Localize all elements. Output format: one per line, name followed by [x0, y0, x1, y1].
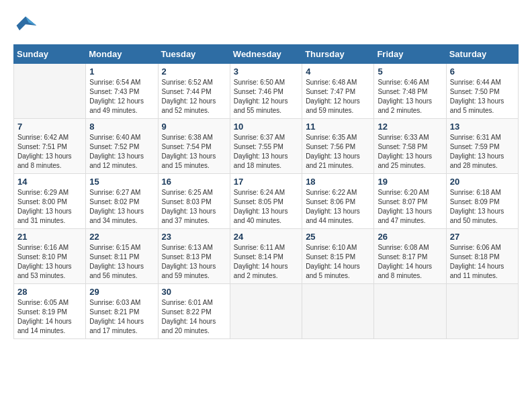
column-header-friday: Friday: [374, 45, 446, 64]
calendar-cell: 3Sunrise: 6:50 AMSunset: 7:46 PMDaylight…: [230, 64, 302, 119]
calendar-cell: 12Sunrise: 6:33 AMSunset: 7:58 PMDayligh…: [374, 119, 446, 174]
calendar-cell: 29Sunrise: 6:03 AMSunset: 8:21 PMDayligh…: [86, 284, 158, 339]
calendar-cell: 21Sunrise: 6:16 AMSunset: 8:10 PMDayligh…: [14, 229, 86, 284]
day-info: Sunrise: 6:31 AMSunset: 7:59 PMDaylight:…: [450, 133, 515, 171]
day-info: Sunrise: 6:01 AMSunset: 8:22 PMDaylight:…: [162, 298, 226, 336]
day-info: Sunrise: 6:27 AMSunset: 8:02 PMDaylight:…: [89, 188, 154, 226]
day-info: Sunrise: 6:25 AMSunset: 8:03 PMDaylight:…: [162, 188, 226, 226]
day-info: Sunrise: 6:37 AMSunset: 7:55 PMDaylight:…: [234, 133, 298, 171]
day-info: Sunrise: 6:13 AMSunset: 8:13 PMDaylight:…: [162, 243, 226, 281]
calendar-cell: 25Sunrise: 6:10 AMSunset: 8:15 PMDayligh…: [302, 229, 374, 284]
column-header-saturday: Saturday: [446, 45, 518, 64]
day-info: Sunrise: 6:44 AMSunset: 7:50 PMDaylight:…: [450, 78, 515, 116]
calendar-cell: 20Sunrise: 6:18 AMSunset: 8:09 PMDayligh…: [446, 174, 518, 229]
calendar-cell: [230, 284, 302, 339]
calendar-cell: 15Sunrise: 6:27 AMSunset: 8:02 PMDayligh…: [86, 174, 158, 229]
day-info: Sunrise: 6:35 AMSunset: 7:56 PMDaylight:…: [306, 133, 370, 171]
day-info: Sunrise: 6:52 AMSunset: 7:44 PMDaylight:…: [162, 78, 226, 116]
day-info: Sunrise: 6:11 AMSunset: 8:14 PMDaylight:…: [234, 243, 298, 281]
column-header-thursday: Thursday: [302, 45, 374, 64]
day-info: Sunrise: 6:18 AMSunset: 8:09 PMDaylight:…: [450, 188, 515, 226]
day-info: Sunrise: 6:03 AMSunset: 8:21 PMDaylight:…: [89, 298, 154, 336]
day-info: Sunrise: 6:20 AMSunset: 8:07 PMDaylight:…: [378, 188, 442, 226]
calendar-cell: 6Sunrise: 6:44 AMSunset: 7:50 PMDaylight…: [446, 64, 518, 119]
day-number: 6: [450, 66, 515, 77]
calendar-cell: 5Sunrise: 6:46 AMSunset: 7:48 PMDaylight…: [374, 64, 446, 119]
day-number: 1: [89, 66, 154, 77]
calendar-cell: 26Sunrise: 6:08 AMSunset: 8:17 PMDayligh…: [374, 229, 446, 284]
column-header-monday: Monday: [86, 45, 158, 64]
calendar-cell: 1Sunrise: 6:54 AMSunset: 7:43 PMDaylight…: [86, 64, 158, 119]
calendar-cell: 18Sunrise: 6:22 AMSunset: 8:06 PMDayligh…: [302, 174, 374, 229]
day-info: Sunrise: 6:40 AMSunset: 7:52 PMDaylight:…: [89, 133, 154, 171]
day-info: Sunrise: 6:54 AMSunset: 7:43 PMDaylight:…: [89, 78, 154, 116]
calendar-cell: [14, 64, 86, 119]
calendar-cell: 9Sunrise: 6:38 AMSunset: 7:54 PMDaylight…: [158, 119, 230, 174]
day-number: 17: [234, 177, 298, 187]
week-row-0: 1Sunrise: 6:54 AMSunset: 7:43 PMDaylight…: [14, 64, 519, 119]
calendar-cell: 16Sunrise: 6:25 AMSunset: 8:03 PMDayligh…: [158, 174, 230, 229]
day-number: 19: [378, 177, 442, 187]
day-info: Sunrise: 6:48 AMSunset: 7:47 PMDaylight:…: [306, 78, 370, 116]
day-number: 12: [378, 122, 442, 132]
calendar-cell: 23Sunrise: 6:13 AMSunset: 8:13 PMDayligh…: [158, 229, 230, 284]
calendar-cell: 28Sunrise: 6:05 AMSunset: 8:19 PMDayligh…: [14, 284, 86, 339]
day-info: Sunrise: 6:38 AMSunset: 7:54 PMDaylight:…: [162, 133, 226, 171]
day-number: 10: [234, 122, 298, 132]
day-number: 4: [306, 66, 370, 77]
day-number: 29: [89, 287, 154, 297]
day-number: 2: [162, 66, 226, 77]
day-info: Sunrise: 6:16 AMSunset: 8:10 PMDaylight:…: [17, 243, 82, 281]
calendar-cell: [446, 284, 518, 339]
day-number: 8: [89, 122, 154, 132]
column-header-wednesday: Wednesday: [230, 45, 302, 64]
day-info: Sunrise: 6:50 AMSunset: 7:46 PMDaylight:…: [234, 78, 298, 116]
calendar-cell: 14Sunrise: 6:29 AMSunset: 8:00 PMDayligh…: [14, 174, 86, 229]
day-number: 28: [17, 287, 82, 297]
calendar-cell: 7Sunrise: 6:42 AMSunset: 7:51 PMDaylight…: [14, 119, 86, 174]
calendar-cell: 2Sunrise: 6:52 AMSunset: 7:44 PMDaylight…: [158, 64, 230, 119]
calendar-cell: 22Sunrise: 6:15 AMSunset: 8:11 PMDayligh…: [86, 229, 158, 284]
week-row-3: 21Sunrise: 6:16 AMSunset: 8:10 PMDayligh…: [14, 229, 519, 284]
day-number: 25: [306, 232, 370, 242]
column-header-tuesday: Tuesday: [158, 45, 230, 64]
day-number: 7: [17, 122, 82, 132]
day-info: Sunrise: 6:29 AMSunset: 8:00 PMDaylight:…: [17, 188, 82, 226]
week-row-4: 28Sunrise: 6:05 AMSunset: 8:19 PMDayligh…: [14, 284, 519, 339]
calendar-cell: 10Sunrise: 6:37 AMSunset: 7:55 PMDayligh…: [230, 119, 302, 174]
day-info: Sunrise: 6:05 AMSunset: 8:19 PMDaylight:…: [17, 298, 82, 336]
calendar-cell: 13Sunrise: 6:31 AMSunset: 7:59 PMDayligh…: [446, 119, 518, 174]
day-info: Sunrise: 6:42 AMSunset: 7:51 PMDaylight:…: [17, 133, 82, 171]
day-info: Sunrise: 6:46 AMSunset: 7:48 PMDaylight:…: [378, 78, 442, 116]
calendar-cell: [374, 284, 446, 339]
week-row-2: 14Sunrise: 6:29 AMSunset: 8:00 PMDayligh…: [14, 174, 519, 229]
day-info: Sunrise: 6:15 AMSunset: 8:11 PMDaylight:…: [89, 243, 154, 281]
page-header: [13, 13, 519, 38]
day-number: 15: [89, 177, 154, 187]
day-number: 9: [162, 122, 226, 132]
day-number: 23: [162, 232, 226, 242]
day-number: 18: [306, 177, 370, 187]
logo: [13, 13, 42, 38]
day-number: 22: [89, 232, 154, 242]
calendar-cell: 8Sunrise: 6:40 AMSunset: 7:52 PMDaylight…: [86, 119, 158, 174]
day-info: Sunrise: 6:08 AMSunset: 8:17 PMDaylight:…: [378, 243, 442, 281]
day-info: Sunrise: 6:06 AMSunset: 8:18 PMDaylight:…: [450, 243, 515, 281]
week-row-1: 7Sunrise: 6:42 AMSunset: 7:51 PMDaylight…: [14, 119, 519, 174]
day-number: 20: [450, 177, 515, 187]
calendar-cell: 24Sunrise: 6:11 AMSunset: 8:14 PMDayligh…: [230, 229, 302, 284]
column-header-sunday: Sunday: [14, 45, 86, 64]
calendar-cell: 4Sunrise: 6:48 AMSunset: 7:47 PMDaylight…: [302, 64, 374, 119]
day-info: Sunrise: 6:22 AMSunset: 8:06 PMDaylight:…: [306, 188, 370, 226]
day-info: Sunrise: 6:10 AMSunset: 8:15 PMDaylight:…: [306, 243, 370, 281]
day-number: 5: [378, 66, 442, 77]
day-number: 3: [234, 66, 298, 77]
day-info: Sunrise: 6:33 AMSunset: 7:58 PMDaylight:…: [378, 133, 442, 171]
day-number: 24: [234, 232, 298, 242]
logo-icon: [13, 13, 38, 38]
day-number: 11: [306, 122, 370, 132]
day-number: 27: [450, 232, 515, 242]
day-number: 30: [162, 287, 226, 297]
day-number: 26: [378, 232, 442, 242]
calendar-cell: 19Sunrise: 6:20 AMSunset: 8:07 PMDayligh…: [374, 174, 446, 229]
